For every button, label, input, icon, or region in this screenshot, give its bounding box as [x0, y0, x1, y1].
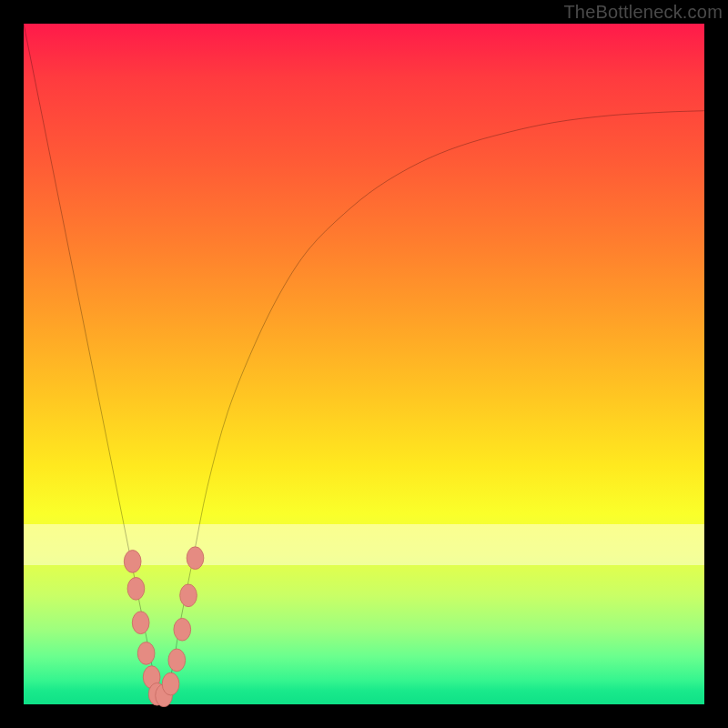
curve-path — [24, 24, 704, 699]
chart-frame: TheBottleneck.com — [0, 0, 728, 728]
marker-dot — [137, 642, 155, 665]
marker-dot — [132, 612, 149, 634]
marker-dot — [187, 547, 204, 570]
marker-dot — [180, 584, 197, 607]
marker-dot — [168, 649, 186, 672]
marker-dot — [162, 672, 179, 695]
plot-area — [24, 24, 704, 704]
curve-markers — [124, 547, 204, 707]
marker-dot — [174, 618, 191, 641]
bottleneck-curve — [24, 24, 704, 704]
watermark-text: TheBottleneck.com — [563, 2, 723, 23]
marker-dot — [127, 577, 145, 600]
marker-dot — [124, 551, 141, 573]
